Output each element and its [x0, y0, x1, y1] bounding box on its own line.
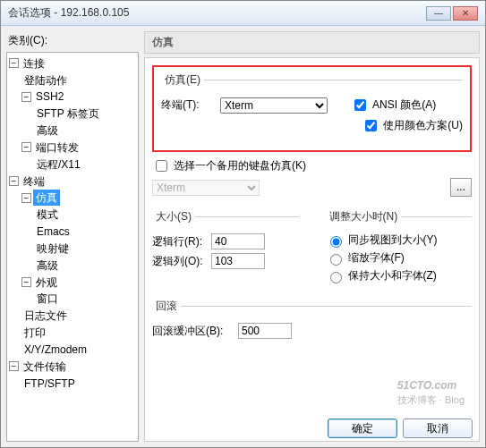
tree-node-xyzmodem[interactable]: X/Y/Zmodem [21, 342, 90, 358]
tree-node-window[interactable]: 窗口 [34, 291, 61, 307]
alt-keyboard-select: Xterm [152, 180, 260, 196]
tree-node-ssh2[interactable]: SSH2 [33, 89, 66, 105]
buffer-input[interactable] [238, 323, 292, 339]
terminal-label: 终端(T): [161, 97, 215, 113]
rows-input[interactable] [211, 233, 265, 249]
window-title: 会话选项 - 192.168.0.105 [8, 5, 129, 21]
category-label: 类别(C): [8, 33, 139, 48]
resize-sync-radio[interactable]: 同步视图到大小(Y) [326, 232, 473, 248]
scrollback-legend: 回滚 [152, 299, 181, 314]
tree-toggle[interactable]: − [9, 176, 19, 186]
ansi-color-checkbox[interactable]: ANSI 颜色(A) [351, 97, 436, 114]
tree-node-logfile[interactable]: 日志文件 [21, 308, 70, 324]
pane-title: 仿真 [144, 31, 480, 54]
watermark: 51CTO.com 技术博客 · Blog [397, 373, 465, 407]
cols-input[interactable] [211, 253, 265, 269]
minimize-button[interactable]: — [426, 6, 451, 21]
buffer-label: 回滚缓冲区(B): [152, 324, 233, 339]
tree-node-sftp-tab[interactable]: SFTP 标签页 [34, 106, 102, 122]
tree-node-filetransfer[interactable]: 文件传输 [21, 359, 69, 375]
close-button[interactable]: ✕ [453, 6, 478, 21]
resize-scale-radio[interactable]: 缩放字体(F) [326, 250, 473, 266]
tree-toggle[interactable]: − [9, 361, 19, 371]
cancel-button[interactable]: 取消 [403, 418, 473, 438]
tree-node-modes[interactable]: 模式 [34, 207, 61, 223]
resize-legend: 调整大小时(N) [326, 209, 402, 224]
tree-node-advanced[interactable]: 高级 [34, 123, 61, 139]
emulation-legend: 仿真(E) [161, 72, 204, 88]
tree-toggle[interactable]: − [21, 193, 31, 203]
tree-toggle[interactable]: − [21, 277, 31, 287]
tree-node-print[interactable]: 打印 [21, 325, 48, 341]
tree-node-mapped-keys[interactable]: 映射键 [34, 241, 72, 257]
highlight-box: 仿真(E) 终端(T): Xterm ANSI 颜色(A) [152, 65, 472, 152]
alt-keyboard-checkbox[interactable]: 选择一个备用的键盘仿真(K) [152, 157, 306, 174]
tree-toggle[interactable]: − [21, 92, 31, 102]
resize-keep-radio[interactable]: 保持大小和字体(Z) [326, 268, 473, 283]
cols-label: 逻辑列(O): [152, 254, 206, 269]
size-legend: 大小(S) [152, 209, 195, 224]
tree-node-connection[interactable]: 连接 [21, 55, 47, 72]
tree-toggle[interactable]: − [9, 58, 19, 68]
tree-node-advanced[interactable]: 高级 [34, 258, 61, 274]
tree-node-emulation[interactable]: 仿真 [33, 190, 60, 206]
ok-button[interactable]: 确定 [328, 418, 397, 438]
rows-label: 逻辑行(R): [152, 234, 206, 249]
use-color-scheme-checkbox[interactable]: 使用颜色方案(U) [362, 117, 463, 134]
tree-node-emacs[interactable]: Emacs [34, 224, 72, 240]
keyboard-browse-button[interactable]: ... [450, 178, 472, 197]
tree-node-login[interactable]: 登陆动作 [21, 72, 70, 89]
tree-node-terminal[interactable]: 终端 [21, 173, 47, 190]
category-tree[interactable]: −连接 登陆动作 −SSH2 SFTP 标签页 高级 −端口转发 远程/X11 [6, 52, 139, 442]
terminal-select[interactable]: Xterm [220, 97, 328, 114]
tree-toggle[interactable]: − [21, 142, 31, 152]
tree-node-ftp-sftp[interactable]: FTP/SFTP [21, 376, 78, 392]
tree-node-portfwd[interactable]: 端口转发 [33, 139, 81, 156]
tree-node-appearance[interactable]: 外观 [33, 275, 60, 291]
tree-node-remote-x11[interactable]: 远程/X11 [34, 156, 83, 173]
